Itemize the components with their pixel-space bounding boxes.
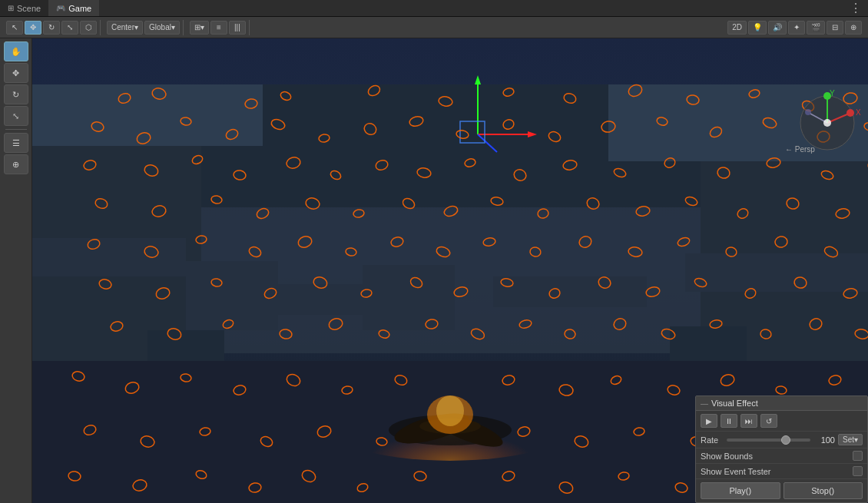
pivot-center-btn[interactable]: Center▾ <box>107 21 143 35</box>
svg-rect-17 <box>363 265 455 330</box>
svg-point-25 <box>436 395 464 426</box>
svg-rect-8 <box>32 238 186 276</box>
vfx-pause-btn[interactable]: ⏸ <box>721 414 737 428</box>
vfx-stop-action-btn[interactable]: Stop() <box>784 482 863 499</box>
svg-text:← Persp: ← Persp <box>785 145 815 154</box>
globe-btn[interactable]: ⊕ <box>4 154 28 174</box>
scene-tab-icon: ⊞ <box>8 4 14 12</box>
vfx-rate-value: 100 <box>813 435 835 445</box>
left-toolbar: ✋ ✥ ↻ ⤡ ☰ ⊕ <box>0 38 32 503</box>
svg-rect-11 <box>493 276 647 307</box>
vfx-playback-controls: ▶ ⏸ ⏭ ↺ <box>696 411 867 432</box>
move-btn[interactable]: ✥ <box>4 63 28 83</box>
game-tab-icon: 🎮 <box>56 4 65 12</box>
vfx-header: — Visual Effect <box>696 396 867 411</box>
vfx-restart-btn[interactable]: ↺ <box>760 414 777 428</box>
svg-point-195 <box>823 119 831 127</box>
svg-rect-12 <box>32 323 147 361</box>
svg-rect-15 <box>670 326 747 361</box>
scale-btn[interactable]: ⤡ <box>4 106 28 126</box>
snap-grid-btn[interactable]: ⊞▾ <box>190 21 209 35</box>
render-2d-btn[interactable]: 2D <box>727 21 747 35</box>
vfx-header-icon: — <box>701 399 708 408</box>
scale-tool-btn[interactable]: ⤡ <box>61 21 78 35</box>
pivot-group: Center▾ Global▾ <box>104 20 184 35</box>
vfx-show-bounds-row: Show Bounds <box>696 448 867 464</box>
rect-tool-btn[interactable]: ⬡ <box>80 21 97 35</box>
svg-rect-9 <box>685 253 868 292</box>
snap-group: ⊞▾ ≡ ||| <box>187 20 250 35</box>
vfx-rate-label: Rate <box>701 435 724 445</box>
svg-point-188 <box>846 109 854 117</box>
transform-tool-group: ↖ ✥ ↻ ⤡ ⬡ <box>3 20 101 35</box>
rotate-btn[interactable]: ↻ <box>4 84 28 104</box>
list-btn[interactable]: ☰ <box>4 133 28 153</box>
move-tool-btn[interactable]: ✥ <box>25 21 41 35</box>
svg-text:X: X <box>856 108 861 117</box>
pivot-global-btn[interactable]: Global▾ <box>144 21 180 35</box>
vfx-show-event-tester-row: Show Event Tester <box>696 464 867 479</box>
vfx-title: Visual Effect <box>711 399 758 408</box>
main-toolbar: ↖ ✥ ↻ ⤡ ⬡ Center▾ Global▾ ⊞▾ ≡ ||| 2D 💡 … <box>0 17 868 38</box>
toolbar-divider <box>5 129 27 130</box>
svg-rect-14 <box>147 330 224 361</box>
rotate-tool-btn[interactable]: ↻ <box>43 21 60 35</box>
light-btn[interactable]: 💡 <box>748 21 767 35</box>
audio-btn[interactable]: 🔊 <box>768 21 787 35</box>
main-area: ✋ ✥ ↻ ⤡ ☰ ⊕ <box>0 38 868 503</box>
tab-scene-label: Scene <box>17 4 41 13</box>
tab-bar: ⊞ Scene 🎮 Game ⋮ <box>0 0 868 17</box>
svg-rect-6 <box>32 84 263 146</box>
svg-point-194 <box>805 109 811 115</box>
overlay-btn[interactable]: ⊟ <box>827 21 843 35</box>
tab-game-label: Game <box>68 4 91 13</box>
vfx-panel: — Visual Effect ▶ ⏸ ⏭ ↺ Rate 100 Set▾ Sh… <box>695 395 868 503</box>
snap-settings-btn[interactable]: ≡ <box>210 21 227 35</box>
scene-viewport[interactable]: X Y ← Persp — Visual Effect ▶ <box>32 38 868 503</box>
vfx-action-row: Play() Stop() <box>696 479 867 502</box>
snap-toggle-btn[interactable]: ||| <box>229 21 246 35</box>
tab-scene[interactable]: ⊞ Scene <box>0 0 48 16</box>
vfx-show-event-tester-label: Show Event Tester <box>701 467 771 476</box>
vfx-rate-slider[interactable] <box>727 438 810 442</box>
tab-game[interactable]: 🎮 Game <box>48 0 99 16</box>
scene-visibility-btn[interactable]: 🎬 <box>807 21 825 35</box>
vfx-step-btn[interactable]: ⏭ <box>740 414 757 428</box>
vfx-show-bounds-checkbox[interactable] <box>853 451 863 461</box>
vfx-set-btn[interactable]: Set▾ <box>838 434 863 445</box>
vfx-play-action-btn[interactable]: Play() <box>701 482 780 499</box>
fx-btn[interactable]: ✦ <box>788 21 805 35</box>
hand-tool-btn[interactable]: ✋ <box>4 41 28 61</box>
vfx-show-bounds-label: Show Bounds <box>701 452 753 461</box>
vfx-show-event-tester-checkbox[interactable] <box>853 466 863 476</box>
vfx-rate-row: Rate 100 Set▾ <box>696 432 867 448</box>
select-tool-btn[interactable]: ↖ <box>6 21 23 35</box>
vfx-slider-thumb <box>781 435 790 445</box>
svg-text:Y: Y <box>830 89 835 98</box>
gizmo-btn[interactable]: ⊕ <box>845 21 862 35</box>
vfx-play-btn[interactable]: ▶ <box>701 414 717 428</box>
tab-menu-button[interactable]: ⋮ <box>850 1 868 15</box>
view-options-group: 2D 💡 🔊 ✦ 🎬 ⊟ ⊕ <box>724 20 865 35</box>
